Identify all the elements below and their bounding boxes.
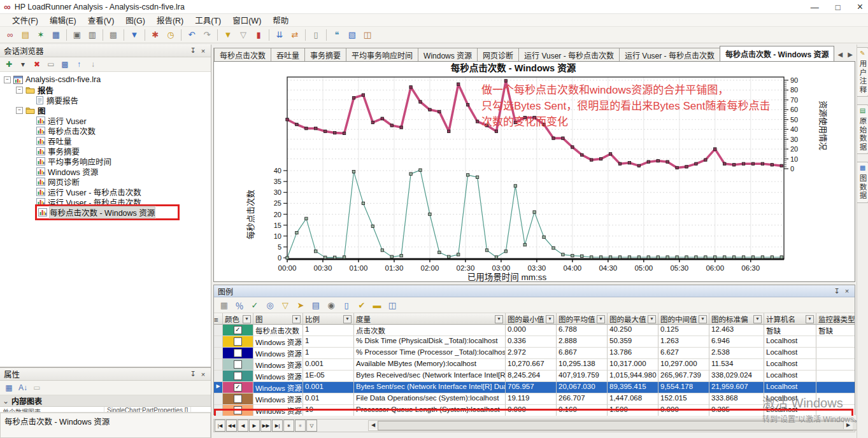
menu-edit[interactable]: 编辑(E) <box>44 13 82 27</box>
save-legend-layout-icon[interactable]: ◫ <box>385 298 400 313</box>
tree-item-session-root[interactable]: −Analysis-csdn-five.lra <box>0 74 211 85</box>
new-report-icon[interactable]: ▯ <box>308 27 324 42</box>
tree-item-hits-per-second[interactable]: 每秒点击次数 <box>0 125 211 136</box>
menu-view[interactable]: 查看(V) <box>82 13 120 27</box>
next-record-button[interactable]: ▶ <box>249 420 260 432</box>
tree-item-windows-resources[interactable]: Windows 资源 <box>0 166 211 176</box>
menu-help[interactable]: 帮助 <box>267 13 294 27</box>
menu-graph[interactable]: 图(G) <box>120 13 151 27</box>
insert-record-button[interactable]: ∗ <box>283 420 294 432</box>
column-header-max[interactable]: 图的最大值▼ <box>608 313 658 325</box>
menu-tools[interactable]: 工具(T) <box>189 13 227 27</box>
tab-transaction-summary[interactable]: 事务摘要 <box>304 48 346 61</box>
alphabetical-sort-icon[interactable]: A↓ <box>16 381 30 395</box>
tab-hits-per-second[interactable]: 每秒点击次数 <box>214 48 271 61</box>
measurement-checkbox[interactable] <box>234 337 242 346</box>
column-header-min[interactable]: 图的最小值▼ <box>506 313 557 325</box>
pin-icon[interactable]: ↧ <box>188 369 198 379</box>
legend-filter-icon[interactable]: ▽ <box>278 298 293 313</box>
tab-avg-transaction-response-time[interactable]: 平均事务响应时间 <box>346 48 418 61</box>
categorized-view-icon[interactable]: ▦ <box>2 381 16 395</box>
clear-filter-graph-icon[interactable]: ▽ <box>236 27 251 42</box>
time-filter-icon[interactable]: ◷ <box>163 27 178 42</box>
column-header-sd[interactable]: 图的标准偏▼ <box>709 313 764 325</box>
tab-web-page-diagnostics[interactable]: 网页诊断 <box>477 48 519 61</box>
collapse-toggle-icon[interactable]: − <box>4 76 11 83</box>
tree-item-hits-windows-resources[interactable]: 每秒点击次数 - Windows 资源 <box>0 207 211 217</box>
side-tab-graph-data[interactable]: ▩图数据 <box>857 162 868 203</box>
column-header-med[interactable]: 图的中间值▼ <box>658 313 709 325</box>
column-filter-dropdown-icon[interactable]: ▼ <box>546 315 554 323</box>
tab-throughput[interactable]: 吞吐量 <box>271 48 305 61</box>
column-filter-dropdown-icon[interactable]: ▼ <box>597 315 605 323</box>
snapshot-icon[interactable]: ◉ <box>324 298 339 313</box>
tree-item-graphs-folder[interactable]: −图 <box>0 105 211 115</box>
legend-row-2[interactable]: Windows 资源1% Disk Time (PhysicalDisk _To… <box>214 336 855 348</box>
column-filter-dropdown-icon[interactable]: ▼ <box>699 315 707 323</box>
legend-row-3[interactable]: Windows 资源1% Processor Time (Processor _… <box>214 348 855 359</box>
column-header-machine[interactable]: 计算机名▼ <box>764 313 816 325</box>
dropdown-arrow-icon[interactable]: ▾ <box>16 58 30 71</box>
tree-item-avg-transaction-response-time[interactable]: 平均事务响应时间 <box>0 156 211 166</box>
legend-row-1[interactable]: ✓每秒点击次数1点击次数0.0006.78840.2500.12512.463暂… <box>214 325 855 336</box>
delete-record-button[interactable]: ∗ <box>295 420 306 432</box>
pin-icon[interactable]: ↧ <box>832 286 842 296</box>
rename-item-icon[interactable]: ▭ <box>44 58 58 71</box>
last-record-button[interactable]: ▶| <box>272 420 283 432</box>
scroll-left-icon[interactable]: ◀ <box>369 421 378 429</box>
maximize-button[interactable]: □ <box>836 3 841 12</box>
legend-row-4[interactable]: Windows 资源0.001Available MBytes (Memory)… <box>214 359 855 371</box>
undo-icon[interactable]: ↶ <box>184 27 199 42</box>
legend-row-6[interactable]: ▶✓Windows 资源0.001Bytes Sent/sec (Network… <box>214 382 855 393</box>
close-icon[interactable]: × <box>842 286 852 296</box>
column-header-color[interactable]: 颜色▼ <box>223 313 253 325</box>
column-header-monitor[interactable]: 监控器类型▼ <box>816 313 855 325</box>
menu-window[interactable]: 窗口(W) <box>227 13 267 27</box>
tab-scroll-right-icon[interactable]: ▶ <box>848 51 853 58</box>
column-filter-dropdown-icon[interactable]: ▼ <box>648 315 656 323</box>
close-icon[interactable]: × <box>198 46 208 55</box>
measurement-checkbox[interactable] <box>234 349 242 357</box>
tree-item-reports-folder[interactable]: −报告 <box>0 85 211 95</box>
column-header-measure[interactable]: 度量▼ <box>354 313 506 325</box>
select-columns-icon[interactable]: ▯ <box>339 298 354 313</box>
scale-options-icon[interactable]: ▬ <box>369 298 385 313</box>
tree-item-summary-report[interactable]: 摘要报告 <box>0 95 211 105</box>
legend-row-8[interactable]: Windows 资源10Processor Queue Length (Syst… <box>214 405 855 416</box>
chevron-down-icon[interactable]: ⌄ <box>3 397 11 406</box>
tab-windows-resources[interactable]: Windows 资源 <box>418 48 478 61</box>
app-logo-icon[interactable]: ∞ <box>3 27 18 42</box>
property-pages-icon[interactable]: ▭ <box>30 381 44 395</box>
collapse-toggle-icon[interactable]: − <box>16 87 23 94</box>
measurement-checkbox[interactable] <box>234 406 242 414</box>
merge-graphs-icon[interactable]: ▮ <box>251 27 266 42</box>
column-filter-dropdown-icon[interactable]: ▼ <box>343 315 352 323</box>
close-button[interactable]: × <box>857 1 863 13</box>
add-graph-item-icon[interactable]: ▧ <box>345 27 360 42</box>
copy-legend-icon[interactable]: ▤ <box>308 298 324 313</box>
new-session-wizard-icon[interactable]: ✶ <box>33 27 48 42</box>
column-header-scale[interactable]: 比例▼ <box>303 313 354 325</box>
properties-section-internal-graphs[interactable]: ⌄ 内部图表 <box>0 395 211 407</box>
move-down-icon[interactable]: ↓ <box>86 58 100 71</box>
print-preview-icon[interactable]: ▥ <box>85 27 100 42</box>
show-all-measurements-icon[interactable]: ◎ <box>262 298 278 313</box>
measurement-checkbox[interactable] <box>234 372 242 380</box>
tab-hits-windows-resources[interactable]: 每秒点击次数 - Windows 资源 <box>720 46 835 61</box>
column-filter-dropdown-icon[interactable]: ▼ <box>495 315 503 323</box>
fast-forward-button[interactable]: ▶▶ <box>260 420 271 432</box>
first-record-button[interactable]: |◀ <box>215 420 225 432</box>
drill-down-icon[interactable]: ⇊ <box>272 27 287 42</box>
grid-filter-button[interactable]: ▽ <box>306 420 317 432</box>
column-filter-dropdown-icon[interactable]: ▼ <box>243 315 251 323</box>
tab-running-vusers-hits-2[interactable]: 运行 Vuser - 每秒点击次数 <box>619 48 720 61</box>
column-header-graph[interactable]: 图▼ <box>253 313 303 325</box>
tree-item-running-vusers[interactable]: 运行 Vuser <box>0 115 211 125</box>
copy-graph-icon[interactable]: ▩ <box>106 27 121 42</box>
filter-icon[interactable]: ▼ <box>127 27 142 42</box>
collapse-toggle-icon[interactable]: − <box>16 107 23 114</box>
prev-record-button[interactable]: ◀ <box>238 420 248 432</box>
minimize-button[interactable]: — <box>811 3 819 12</box>
apply-filter-graph-icon[interactable]: ▼ <box>220 27 236 42</box>
side-tab-user-notes[interactable]: ✎用户注释 <box>857 47 868 97</box>
